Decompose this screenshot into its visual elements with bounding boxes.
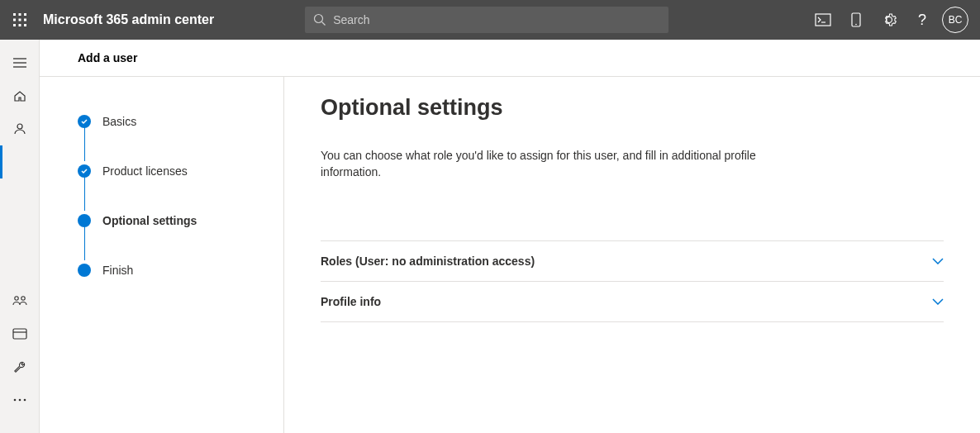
- settings-button[interactable]: [873, 0, 906, 40]
- svg-rect-5: [24, 19, 26, 21]
- nav-setup[interactable]: [0, 350, 40, 383]
- wizard-step-finish[interactable]: Finish: [78, 260, 267, 280]
- wizard-step-licenses[interactable]: Product licenses: [78, 161, 267, 181]
- group-icon: [12, 295, 27, 307]
- wizard-step-basics[interactable]: Basics: [78, 112, 267, 131]
- step-done-icon: [78, 164, 91, 178]
- profile-section-toggle[interactable]: Profile info: [321, 281, 944, 321]
- svg-rect-4: [19, 19, 21, 21]
- chevron-down-icon: [932, 298, 944, 305]
- gear-icon: [882, 12, 897, 27]
- search-box[interactable]: [305, 7, 668, 33]
- svg-point-19: [14, 297, 17, 300]
- wrench-icon: [13, 360, 26, 374]
- svg-rect-1: [19, 13, 21, 16]
- nav-more[interactable]: [0, 383, 40, 416]
- section-label: Profile info: [321, 295, 381, 308]
- help-icon: ?: [918, 12, 926, 29]
- page-title: Optional settings: [321, 95, 944, 121]
- nav-billing[interactable]: [0, 317, 40, 350]
- top-header: Microsoft 365 admin center ? BC: [0, 0, 980, 40]
- svg-line-10: [322, 22, 326, 26]
- home-icon: [13, 89, 26, 102]
- svg-rect-3: [13, 19, 16, 21]
- user-icon: [13, 122, 26, 136]
- search-input[interactable]: [333, 13, 660, 26]
- svg-rect-8: [24, 24, 26, 26]
- svg-point-25: [23, 399, 26, 402]
- step-current-icon: [78, 214, 91, 227]
- step-label: Optional settings: [102, 214, 197, 227]
- app-launcher-button[interactable]: [0, 0, 40, 40]
- svg-rect-11: [816, 14, 830, 26]
- help-button[interactable]: ?: [906, 0, 939, 40]
- shell-console-button[interactable]: [806, 0, 840, 40]
- svg-rect-21: [13, 329, 26, 339]
- wizard-steps: Basics Product licenses Optional setting…: [40, 77, 284, 433]
- svg-rect-0: [13, 13, 16, 16]
- svg-rect-7: [19, 24, 21, 26]
- nav-active-item[interactable]: [0, 145, 40, 178]
- svg-point-20: [21, 297, 24, 300]
- svg-point-23: [13, 399, 16, 402]
- mobile-icon: [851, 12, 861, 27]
- svg-rect-6: [13, 24, 16, 26]
- main-panel: Add a user Basics Product licenses: [40, 40, 980, 433]
- app-title: Microsoft 365 admin center: [43, 12, 214, 27]
- roles-section-toggle[interactable]: Roles (User: no administration access): [321, 240, 944, 281]
- step-label: Product licenses: [102, 164, 188, 178]
- svg-point-9: [315, 15, 323, 23]
- svg-point-18: [17, 124, 22, 129]
- mobile-button[interactable]: [840, 0, 873, 40]
- step-upcoming-icon: [78, 264, 91, 277]
- nav-groups[interactable]: [0, 284, 40, 317]
- account-avatar[interactable]: BC: [942, 7, 968, 33]
- step-label: Finish: [102, 264, 133, 277]
- step-done-icon: [78, 115, 91, 128]
- left-nav-rail: [0, 40, 40, 433]
- card-icon: [12, 328, 27, 340]
- panel-title: Add a user: [40, 40, 980, 77]
- section-label: Roles (User: no administration access): [321, 255, 535, 268]
- waffle-icon: [13, 13, 26, 26]
- svg-point-24: [18, 399, 21, 402]
- svg-point-14: [855, 24, 857, 26]
- wizard-step-optional[interactable]: Optional settings: [78, 211, 267, 231]
- step-label: Basics: [102, 115, 136, 128]
- ellipsis-icon: [13, 398, 26, 402]
- nav-home[interactable]: [0, 79, 40, 112]
- content-area: Optional settings You can choose what ro…: [284, 77, 980, 433]
- chevron-down-icon: [932, 258, 944, 264]
- avatar-initials: BC: [949, 14, 963, 26]
- page-description: You can choose what role you'd like to a…: [321, 147, 767, 181]
- nav-toggle-button[interactable]: [0, 46, 40, 79]
- search-icon: [313, 13, 326, 26]
- hamburger-icon: [13, 57, 26, 69]
- svg-rect-2: [24, 13, 26, 16]
- console-icon: [815, 13, 831, 26]
- nav-users[interactable]: [0, 112, 40, 145]
